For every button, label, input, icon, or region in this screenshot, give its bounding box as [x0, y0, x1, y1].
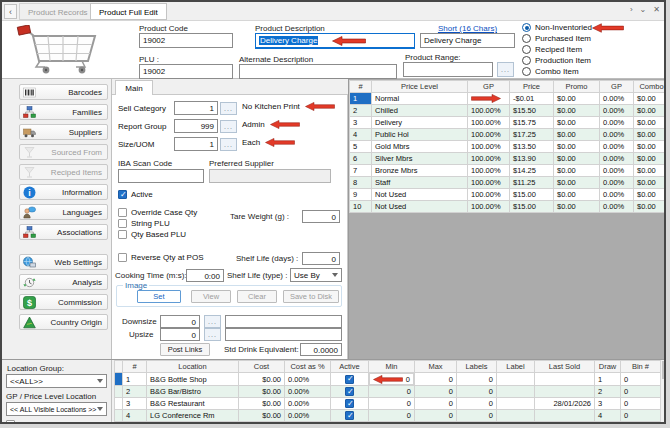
price-level-cell[interactable]: Bronze Mbrs: [372, 165, 468, 177]
column-header[interactable]: GP: [468, 81, 510, 93]
draw-cell[interactable]: 3: [595, 398, 621, 410]
upsize-browse-button[interactable]: ...: [204, 328, 221, 341]
combo-cell[interactable]: $0.00: [634, 129, 667, 141]
price-row[interactable]: 2Chilled100.00%$15.50$0.000.00%$0.00: [350, 105, 667, 117]
location-cell[interactable]: B&G Bottle Shop: [147, 373, 239, 386]
vertical-scrollbar[interactable]: [660, 360, 666, 424]
column-header[interactable]: Combo: [634, 81, 667, 93]
sidebar-button-associations[interactable]: Associations: [19, 224, 108, 240]
row-number-cell[interactable]: 6: [350, 153, 372, 165]
price-cell[interactable]: $14.25: [510, 165, 554, 177]
combo-cell[interactable]: $0.00: [634, 105, 667, 117]
price-row[interactable]: 1Normal-$0.01$0.000.00%$0.00: [350, 93, 667, 105]
column-header[interactable]: Active: [331, 361, 369, 373]
browse-button[interactable]: ...: [220, 138, 237, 151]
sidebar-button-barcodes[interactable]: Barcodes: [19, 84, 108, 100]
last-sold-cell[interactable]: 28/01/2026: [535, 398, 595, 410]
cost-cell[interactable]: $0.00: [239, 410, 285, 422]
field-size-uom[interactable]: 1: [174, 137, 218, 151]
browse-button[interactable]: ...: [220, 120, 237, 133]
active-cell[interactable]: [331, 373, 369, 386]
price-cell[interactable]: $17.25: [510, 129, 554, 141]
price-row[interactable]: 3Delivery100.00%$15.75$0.000.00%$0.00: [350, 117, 667, 129]
gp-cell[interactable]: 100.00%: [468, 201, 510, 213]
bin-cell[interactable]: 0: [621, 373, 661, 386]
row-number-cell[interactable]: 4: [123, 410, 147, 422]
active-checkbox[interactable]: Active: [118, 190, 153, 199]
sidebar-button-country-origin[interactable]: Country Origin: [19, 314, 108, 330]
promo-cell[interactable]: $0.00: [554, 105, 600, 117]
price-cell[interactable]: $15.00: [510, 189, 554, 201]
promo-cell[interactable]: $0.00: [554, 93, 600, 105]
set-button[interactable]: Set: [137, 290, 181, 303]
price-level-cell[interactable]: Staff: [372, 177, 468, 189]
gp-cell[interactable]: 100.00%: [468, 117, 510, 129]
max-cell[interactable]: 0: [415, 373, 457, 386]
column-header[interactable]: Draw: [595, 361, 621, 373]
row-number-cell[interactable]: 3: [123, 398, 147, 410]
column-header[interactable]: Cost as %: [285, 361, 331, 373]
row-number-cell[interactable]: 4: [350, 129, 372, 141]
cost-cell[interactable]: $0.00: [239, 386, 285, 398]
price-cell[interactable]: $13.50: [510, 141, 554, 153]
gp-cell[interactable]: 100.00%: [468, 153, 510, 165]
tab-main[interactable]: Main: [115, 80, 153, 95]
combo-cell[interactable]: $0.00: [634, 141, 667, 153]
cost-pct-cell[interactable]: 0.00%: [285, 386, 331, 398]
labels-cell[interactable]: 0: [457, 398, 497, 410]
price-cell[interactable]: $15.50: [510, 105, 554, 117]
tab-product-full-edit[interactable]: Product Full Edit: [90, 3, 167, 20]
plu-field[interactable]: 19002: [139, 64, 233, 79]
bin-cell[interactable]: 0: [621, 398, 661, 410]
last-sold-cell[interactable]: [535, 373, 595, 386]
price-level-cell[interactable]: Silver Mbrs: [372, 153, 468, 165]
column-header[interactable]: Last Sold: [535, 361, 595, 373]
active-cell[interactable]: [331, 386, 369, 398]
promo-gp-cell[interactable]: 0.00%: [600, 141, 634, 153]
price-level-cell[interactable]: Delivery: [372, 117, 468, 129]
min-cell[interactable]: 0: [369, 373, 414, 385]
price-row[interactable]: 10Not Used100.00%$15.00$0.000.00%$0.00: [350, 201, 667, 213]
field-sell-category[interactable]: 1: [174, 101, 218, 115]
radio-production-item[interactable]: Production Item: [522, 56, 591, 65]
column-header[interactable]: Min: [369, 361, 415, 373]
price-cell[interactable]: $13.90: [510, 153, 554, 165]
promo-gp-cell[interactable]: 0.00%: [600, 153, 634, 165]
sidebar-button-web-settings[interactable]: Web Settings: [19, 254, 108, 270]
iba-scan-code-field[interactable]: [118, 169, 204, 183]
combo-cell[interactable]: $0.00: [634, 177, 667, 189]
row-number-cell[interactable]: 1: [350, 93, 372, 105]
gp-cell[interactable]: 100.00%: [468, 141, 510, 153]
label-cell[interactable]: [497, 386, 535, 398]
hide-inactive-checkbox[interactable]: Hide Inactive Locations: [6, 420, 102, 424]
last-sold-cell[interactable]: [535, 386, 595, 398]
column-header[interactable]: Location: [147, 361, 239, 373]
cooking-time-field[interactable]: 0:00: [186, 269, 224, 282]
price-row[interactable]: 6Silver Mbrs100.00%$13.90$0.000.00%$0.00: [350, 153, 667, 165]
sidebar-button-commission[interactable]: $Commission: [19, 294, 108, 310]
row-number-cell[interactable]: 3: [350, 117, 372, 129]
row-selector-cell[interactable]: [115, 410, 123, 422]
location-cell[interactable]: LG Conference Rm: [147, 410, 239, 422]
column-header[interactable]: Bin #: [621, 361, 661, 373]
promo-gp-cell[interactable]: 0.00%: [600, 177, 634, 189]
draw-cell[interactable]: 4: [595, 410, 621, 422]
price-cell[interactable]: -$0.01: [510, 93, 554, 105]
combo-cell[interactable]: $0.00: [634, 201, 667, 213]
location-row[interactable]: 3B&G Restaurant$0.000.00%00028/01/202630: [115, 398, 661, 410]
row-selector-cell[interactable]: [115, 373, 123, 386]
last-sold-cell[interactable]: [535, 410, 595, 422]
row-number-cell[interactable]: 1: [123, 373, 147, 386]
column-header[interactable]: Price: [510, 81, 554, 93]
alternate-description-field[interactable]: [239, 64, 397, 79]
promo-gp-cell[interactable]: 0.00%: [600, 93, 634, 105]
row-number-cell[interactable]: 5: [350, 141, 372, 153]
price-level-cell[interactable]: Public Hol: [372, 129, 468, 141]
column-header[interactable]: Cost: [239, 361, 285, 373]
tare-weight-field[interactable]: 0: [302, 210, 340, 223]
column-header[interactable]: Labels: [457, 361, 497, 373]
labels-cell[interactable]: 0: [457, 386, 497, 398]
tab-list-dropdown-icon[interactable]: ⌄: [640, 5, 647, 14]
price-level-cell[interactable]: Gold Mbrs: [372, 141, 468, 153]
reverse-qty-checkbox[interactable]: Reverse Qty at POS: [118, 253, 203, 262]
